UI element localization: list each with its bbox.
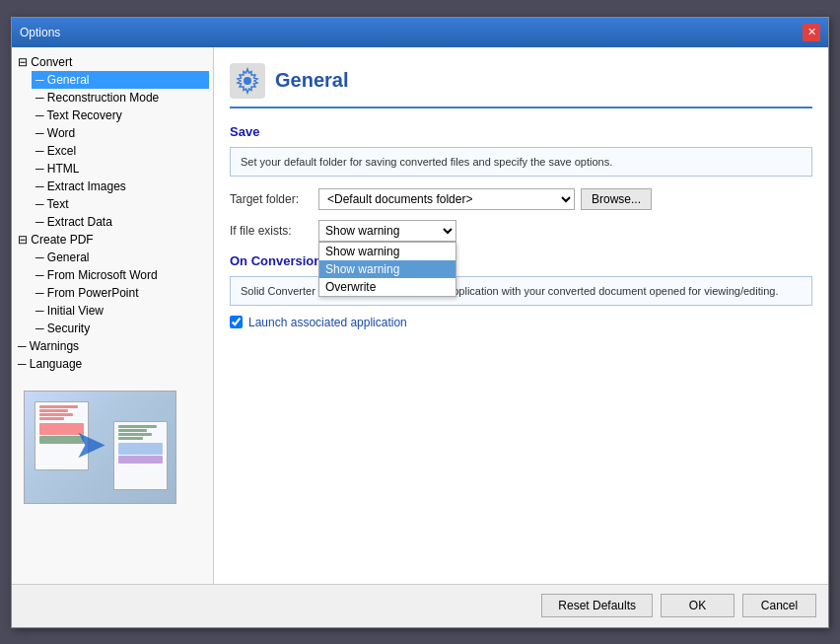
sidebar-item-warnings[interactable]: ─ Warnings	[16, 337, 209, 355]
file-exists-row: If file exists: Show warning Overwrite S…	[230, 220, 812, 242]
sidebar-item-extract-images[interactable]: ─ Extract Images	[32, 178, 209, 195]
launch-app-checkbox[interactable]	[230, 316, 243, 328]
window-title: Options	[20, 26, 60, 39]
sidebar-item-reconstruction-mode[interactable]: ─ Reconstruction Mode	[32, 89, 209, 107]
file-exists-dropdown-wrapper: Show warning Overwrite Show warning Show…	[318, 220, 456, 242]
cancel-button[interactable]: Cancel	[742, 594, 816, 617]
launch-app-row: Launch associated application	[230, 316, 812, 329]
sidebar-item-word[interactable]: ─ Word	[32, 124, 209, 142]
sidebar-item-extract-data[interactable]: ─ Extract Data	[32, 213, 209, 231]
close-button[interactable]: ✕	[803, 24, 820, 41]
save-section-title: Save	[230, 124, 812, 139]
if-file-exists-label: If file exists:	[230, 224, 318, 238]
sidebar-item-from-powerpoint[interactable]: ─ From PowerPoint	[32, 284, 209, 302]
file-exists-dropdown-popup: Show warning Show warning Overwrite	[318, 242, 456, 297]
main-content: ⊟ Convert ─ General ─ Reconstruction Mod…	[12, 47, 828, 584]
sidebar-item-excel[interactable]: ─ Excel	[32, 142, 209, 160]
on-conversion-title: On Conversion	[230, 253, 812, 268]
file-exists-select[interactable]: Show warning Overwrite	[318, 220, 456, 242]
ok-button[interactable]: OK	[661, 594, 735, 617]
browse-button[interactable]: Browse...	[581, 188, 652, 210]
footer: Reset Defaults OK Cancel	[12, 584, 828, 627]
sidebar-convert-children: ─ General ─ Reconstruction Mode ─ Text R…	[16, 71, 209, 231]
sidebar-group-create-pdf[interactable]: ⊟ Create PDF	[16, 231, 209, 249]
save-info-box: Set your default folder for saving conve…	[230, 147, 812, 177]
sidebar-item-general-convert[interactable]: ─ General	[32, 71, 209, 89]
svg-point-0	[244, 77, 251, 85]
content-area: General Save Set your default folder for…	[214, 47, 828, 584]
content-header: General	[230, 63, 812, 108]
dropdown-item-show-warning-1[interactable]: Show warning	[319, 243, 455, 260]
on-conversion-info-box: Solid Converter can launch the associate…	[230, 276, 812, 306]
preview-doc-right	[113, 421, 168, 490]
sidebar-item-text[interactable]: ─ Text	[32, 195, 209, 213]
target-folder-row: Target folder: <Default documents folder…	[230, 188, 812, 210]
sidebar-item-initial-view[interactable]: ─ Initial View	[32, 302, 209, 320]
sidebar-item-text-recovery[interactable]: ─ Text Recovery	[32, 107, 209, 124]
sidebar-item-general-pdf[interactable]: ─ General	[32, 249, 209, 266]
preview-image: ➤	[24, 391, 176, 504]
title-bar: Options ✕	[12, 18, 828, 47]
sidebar-item-html[interactable]: ─ HTML	[32, 160, 209, 178]
content-title: General	[275, 69, 348, 92]
gear-icon	[234, 67, 261, 95]
sidebar-item-from-word[interactable]: ─ From Microsoft Word	[32, 266, 209, 284]
target-folder-label: Target folder:	[230, 192, 318, 206]
launch-app-label: Launch associated application	[248, 316, 407, 329]
sidebar-item-security[interactable]: ─ Security	[32, 320, 209, 337]
options-window: Options ✕ ⊟ Convert ─ General ─ Reconstr…	[11, 17, 829, 628]
reset-defaults-button[interactable]: Reset Defaults	[541, 594, 653, 617]
sidebar: ⊟ Convert ─ General ─ Reconstruction Mod…	[12, 47, 214, 584]
sidebar-item-language[interactable]: ─ Language	[16, 355, 209, 373]
dropdown-item-show-warning-2[interactable]: Show warning	[319, 260, 455, 278]
sidebar-group-convert[interactable]: ⊟ Convert	[16, 53, 209, 71]
sidebar-create-pdf-children: ─ General ─ From Microsoft Word ─ From P…	[16, 249, 209, 337]
sidebar-preview: ➤	[16, 383, 209, 512]
general-icon	[230, 63, 265, 99]
target-folder-select[interactable]: <Default documents folder>	[318, 188, 575, 210]
preview-arrow-icon: ➤	[74, 421, 107, 466]
dropdown-item-overwrite[interactable]: Overwrite	[319, 278, 455, 296]
